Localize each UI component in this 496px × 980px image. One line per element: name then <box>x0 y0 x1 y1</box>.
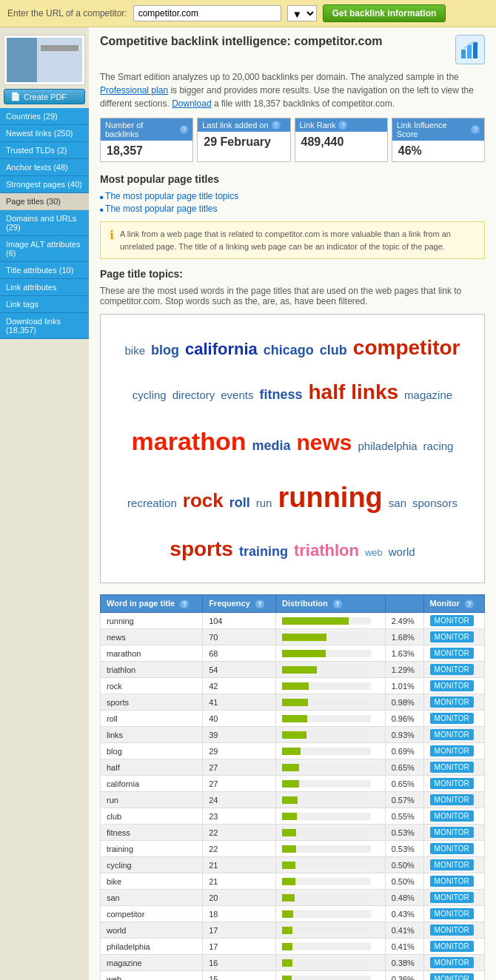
sidebar-item-countries[interactable]: Countries (29) <box>0 108 89 125</box>
cell-monitor[interactable]: MONITOR <box>423 645 484 662</box>
word-cloud-item[interactable]: california <box>185 333 258 366</box>
word-cloud-item[interactable]: sponsors <box>412 492 458 514</box>
sidebar-item-page-titles[interactable]: Page titles (30) <box>0 193 89 210</box>
word-cloud-item[interactable]: cycling <box>133 384 167 406</box>
cell-monitor[interactable]: MONITOR <box>423 922 484 939</box>
sidebar-item-image-alt[interactable]: Image ALT attributes (6) <box>0 236 89 262</box>
cell-monitor[interactable]: MONITOR <box>423 906 484 922</box>
word-cloud-item[interactable]: run <box>256 492 272 514</box>
word-cloud-item[interactable]: chicago <box>264 337 314 363</box>
cell-monitor[interactable]: MONITOR <box>423 890 484 906</box>
sidebar-item-link-attr[interactable]: Link attributes <box>0 279 89 296</box>
monitor-button[interactable]: MONITOR <box>430 680 474 691</box>
cell-monitor[interactable]: MONITOR <box>423 808 484 825</box>
cell-monitor[interactable]: MONITOR <box>423 727 484 743</box>
last-link-info-icon[interactable]: ? <box>272 121 281 130</box>
sidebar-item-download-links[interactable]: Download links (18,357) <box>0 313 89 339</box>
word-cloud-item[interactable]: media <box>252 432 290 459</box>
cell-monitor[interactable]: MONITOR <box>423 939 484 955</box>
popular-titles-link1[interactable]: The most popular page title topics <box>100 191 485 201</box>
monitor-button[interactable]: MONITOR <box>430 810 474 822</box>
url-dropdown[interactable]: ▼ <box>287 5 317 21</box>
word-cloud-item[interactable]: racing <box>423 435 454 457</box>
monitor-button[interactable]: MONITOR <box>430 615 474 626</box>
backlinks-info-icon[interactable]: ? <box>180 125 189 134</box>
word-cloud-item[interactable]: events <box>221 384 253 406</box>
sidebar-item-title-attr[interactable]: Title attributes (10) <box>0 262 89 279</box>
cell-monitor[interactable]: MONITOR <box>423 971 484 981</box>
word-cloud-item[interactable]: news <box>296 420 352 465</box>
monitor-button[interactable]: MONITOR <box>430 778 474 789</box>
cell-monitor[interactable]: MONITOR <box>423 743 484 759</box>
sidebar-item-anchor[interactable]: Anchor texts (48) <box>0 159 89 176</box>
word-cloud-item[interactable]: club <box>320 337 347 363</box>
link-rank-info-icon[interactable]: ? <box>338 121 347 130</box>
word-cloud-item[interactable]: philadelphia <box>358 435 418 457</box>
monitor-button[interactable]: MONITOR <box>430 924 474 936</box>
monitor-button[interactable]: MONITOR <box>430 859 474 870</box>
cell-monitor[interactable]: MONITOR <box>423 776 484 792</box>
word-cloud-item[interactable]: sports <box>170 528 233 570</box>
cell-monitor[interactable]: MONITOR <box>423 678 484 694</box>
monitor-button[interactable]: MONITOR <box>430 941 474 952</box>
monitor-button[interactable]: MONITOR <box>430 876 474 887</box>
cell-monitor[interactable]: MONITOR <box>423 629 484 645</box>
word-cloud-item[interactable]: roll <box>229 489 250 516</box>
monitor-button[interactable]: MONITOR <box>430 762 474 773</box>
monitor-button[interactable]: MONITOR <box>430 957 474 968</box>
monitor-button[interactable]: MONITOR <box>430 745 474 756</box>
cell-monitor[interactable]: MONITOR <box>423 792 484 808</box>
cell-monitor[interactable]: MONITOR <box>423 825 484 841</box>
sidebar-item-trusted[interactable]: Trusted TLDs (2) <box>0 142 89 159</box>
word-cloud-item[interactable]: world <box>389 541 415 563</box>
word-cloud-item[interactable]: san <box>389 492 406 514</box>
get-backlink-button[interactable]: Get backlink information <box>323 4 446 22</box>
word-cloud-item[interactable]: blog <box>151 337 179 363</box>
cell-monitor[interactable]: MONITOR <box>423 857 484 873</box>
cell-monitor[interactable]: MONITOR <box>423 662 484 678</box>
word-col-info[interactable]: ? <box>180 600 189 608</box>
monitor-button[interactable]: MONITOR <box>430 648 474 659</box>
monitor-button[interactable]: MONITOR <box>430 631 474 642</box>
monitor-button[interactable]: MONITOR <box>430 908 474 919</box>
word-cloud-item[interactable]: training <box>239 538 288 565</box>
monitor-button[interactable]: MONITOR <box>430 973 474 980</box>
word-cloud-item[interactable]: magazine <box>404 384 452 406</box>
monitor-col-info[interactable]: ? <box>465 600 474 608</box>
pro-plan-link[interactable]: Professional plan <box>100 85 168 95</box>
monitor-button[interactable]: MONITOR <box>430 843 474 854</box>
cell-monitor[interactable]: MONITOR <box>423 613 484 629</box>
cell-monitor[interactable]: MONITOR <box>423 955 484 971</box>
monitor-button[interactable]: MONITOR <box>430 892 474 903</box>
cell-monitor[interactable]: MONITOR <box>423 711 484 727</box>
cell-monitor[interactable]: MONITOR <box>423 694 484 711</box>
word-cloud-item[interactable]: fitness <box>259 381 302 408</box>
word-cloud-item[interactable]: competitor <box>353 327 460 369</box>
dist-col-info[interactable]: ? <box>333 600 342 608</box>
cell-monitor[interactable]: MONITOR <box>423 759 484 776</box>
monitor-button[interactable]: MONITOR <box>430 729 474 740</box>
monitor-button[interactable]: MONITOR <box>430 827 474 838</box>
sidebar-item-strongest[interactable]: Strongest pages (40) <box>0 176 89 193</box>
word-cloud-item[interactable]: triathlon <box>294 534 359 567</box>
sidebar-item-domains[interactable]: Domains and URLs (29) <box>0 210 89 236</box>
word-cloud-item[interactable]: links <box>351 372 398 413</box>
sidebar-item-newest[interactable]: Newest links (250) <box>0 125 89 142</box>
word-cloud-item[interactable]: directory <box>172 384 215 406</box>
monitor-button[interactable]: MONITOR <box>430 713 474 724</box>
freq-col-info[interactable]: ? <box>255 600 264 608</box>
word-cloud-item[interactable]: marathon <box>132 416 247 466</box>
word-cloud-item[interactable]: running <box>278 469 382 526</box>
word-cloud-item[interactable]: bike <box>124 340 145 362</box>
word-cloud-item[interactable]: half <box>308 372 345 413</box>
popular-titles-link2[interactable]: The most popular page titles <box>100 204 485 214</box>
monitor-button[interactable]: MONITOR <box>430 664 474 675</box>
create-pdf-button[interactable]: 📄 Countries (29) Create PDF <box>4 89 85 104</box>
url-input[interactable] <box>133 5 281 21</box>
word-cloud-item[interactable]: recreation <box>127 492 177 514</box>
sidebar-item-link-tags[interactable]: Link tags <box>0 296 89 313</box>
influence-info-icon[interactable]: ? <box>471 125 480 134</box>
monitor-button[interactable]: MONITOR <box>430 697 474 708</box>
cell-monitor[interactable]: MONITOR <box>423 841 484 857</box>
word-cloud-item[interactable]: web <box>365 543 383 563</box>
